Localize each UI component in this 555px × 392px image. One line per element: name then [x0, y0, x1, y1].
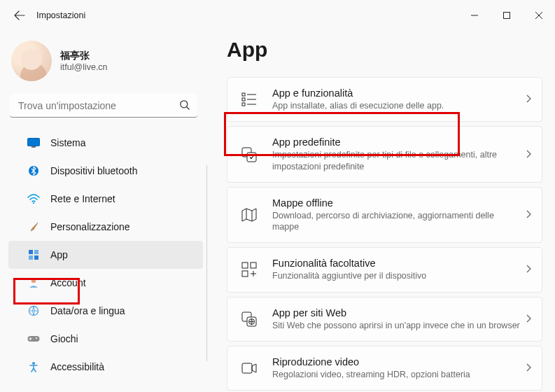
card-title: Funzionalità facoltative	[272, 258, 521, 269]
card-title: Mappe offline	[272, 197, 521, 209]
search-icon	[179, 99, 190, 113]
svg-rect-8	[29, 250, 33, 254]
chevron-right-icon	[526, 264, 532, 275]
sidebar: 福亭张 itful@live.cn Sistema Dispositivi bl…	[0, 31, 207, 392]
sidebar-item-accessibilita[interactable]: Accessibilità	[8, 353, 203, 381]
close-icon	[535, 12, 542, 19]
sidebar-item-sistema[interactable]: Sistema	[8, 129, 203, 157]
minimize-icon	[471, 12, 478, 19]
svg-rect-10	[29, 255, 33, 260]
sidebar-nav: Sistema Dispositivi bluetooth Rete e Int…	[0, 129, 207, 381]
sidebar-item-label: Data/ora e lingua	[50, 305, 125, 316]
svg-point-2	[181, 101, 188, 108]
user-display-name: 福亭张	[60, 50, 108, 62]
svg-rect-4	[28, 139, 40, 146]
page-heading: App	[227, 38, 542, 62]
chevron-right-icon	[526, 94, 532, 105]
card-subtitle: Impostazioni predefinite per tipi di fil…	[272, 149, 521, 172]
sidebar-item-bluetooth[interactable]: Dispositivi bluetooth	[8, 157, 203, 185]
card-title: App per siti Web	[272, 307, 521, 318]
card-app-predefinite[interactable]: App predefinite Impostazioni predefinite…	[227, 126, 542, 183]
video-icon	[239, 363, 260, 374]
card-subtitle: Download, percorso di archiviazione, agg…	[272, 210, 521, 233]
back-button[interactable]	[10, 6, 29, 25]
window-controls	[458, 5, 555, 26]
window-title: Impostazioni	[36, 10, 85, 20]
card-title: App predefinite	[272, 136, 521, 148]
card-title: Riproduzione video	[272, 356, 521, 368]
user-email: itful@live.cn	[60, 62, 108, 72]
search-input[interactable]	[10, 94, 197, 118]
svg-rect-18	[29, 339, 32, 340]
sidebar-item-account[interactable]: Account	[8, 269, 203, 297]
card-mappe-offline[interactable]: Mappe offline Download, percorso di arch…	[227, 187, 542, 244]
svg-rect-11	[34, 255, 38, 260]
arrow-left-icon	[14, 10, 25, 21]
globe-clock-icon	[27, 305, 41, 316]
sidebar-item-label: Rete e Internet	[50, 193, 115, 204]
svg-rect-36	[242, 363, 252, 373]
card-subtitle: Funzionalità aggiuntive per il dispositi…	[272, 270, 521, 281]
card-riproduzione-video[interactable]: Riproduzione video Regolazioni video, st…	[227, 346, 542, 391]
main-content: App App e funzionalità App installate, a…	[207, 31, 555, 392]
sidebar-item-giochi[interactable]: Giochi	[8, 325, 203, 353]
svg-rect-5	[31, 146, 36, 148]
sidebar-item-label: Accessibilità	[50, 361, 104, 372]
svg-line-3	[187, 107, 190, 110]
bluetooth-icon	[27, 165, 41, 176]
chevron-right-icon	[526, 314, 532, 325]
svg-rect-29	[251, 262, 256, 268]
svg-rect-28	[242, 262, 248, 268]
card-subtitle: App installate, alias di esecuzione dell…	[272, 100, 521, 111]
maximize-button[interactable]	[491, 5, 523, 26]
sidebar-item-label: App	[50, 249, 68, 260]
card-app-siti-web[interactable]: App per siti Web Siti Web che possono ap…	[227, 297, 542, 342]
brush-icon	[27, 221, 41, 232]
sidebar-item-label: Dispositivi bluetooth	[50, 165, 138, 176]
svg-point-19	[32, 362, 35, 365]
search-box	[10, 94, 197, 118]
svg-point-7	[33, 202, 34, 204]
svg-rect-21	[242, 98, 245, 101]
sidebar-item-app[interactable]: App	[8, 241, 203, 269]
svg-rect-20	[242, 93, 245, 96]
wifi-icon	[27, 194, 41, 204]
svg-point-12	[31, 279, 36, 283]
apps-icon	[27, 249, 41, 260]
chevron-right-icon	[526, 363, 532, 374]
minimize-button[interactable]	[458, 5, 491, 26]
card-subtitle: Regolazioni video, streaming HDR, opzion…	[272, 369, 521, 380]
user-profile[interactable]: 福亭张 itful@live.cn	[0, 35, 207, 94]
chevron-right-icon	[526, 209, 532, 220]
defaults-icon	[239, 147, 260, 162]
sidebar-item-personalizzazione[interactable]: Personalizzazione	[8, 213, 203, 241]
avatar	[11, 41, 52, 81]
sidebar-item-rete[interactable]: Rete e Internet	[8, 185, 203, 213]
accessibility-icon	[27, 361, 41, 372]
monitor-icon	[27, 138, 41, 148]
add-feature-icon	[239, 262, 260, 277]
sidebar-item-label: Account	[50, 277, 86, 288]
person-icon	[27, 277, 41, 288]
sidebar-item-label: Sistema	[50, 137, 86, 148]
svg-rect-30	[242, 271, 248, 276]
maximize-icon	[503, 12, 510, 19]
svg-rect-1	[504, 13, 510, 19]
list-icon	[239, 92, 260, 106]
close-button[interactable]	[523, 5, 555, 26]
chevron-right-icon	[526, 149, 532, 160]
sidebar-item-dataora[interactable]: Data/ora e lingua	[8, 297, 203, 325]
card-app-funzionalita[interactable]: App e funzionalità App installate, alias…	[227, 77, 542, 122]
svg-point-15	[36, 337, 37, 339]
svg-rect-22	[242, 103, 245, 106]
card-title: App e funzionalità	[272, 88, 521, 99]
svg-rect-27	[247, 153, 256, 162]
card-funzionalita-facoltative[interactable]: Funzionalità facoltative Funzionalità ag…	[227, 247, 542, 292]
card-subtitle: Siti Web che possono aprirsi in un'app i…	[272, 320, 521, 331]
titlebar: Impostazioni	[0, 0, 555, 31]
map-icon	[239, 208, 260, 222]
gamepad-icon	[27, 335, 41, 343]
webapps-icon	[239, 312, 260, 327]
svg-rect-9	[34, 250, 38, 254]
sidebar-item-label: Giochi	[50, 333, 78, 344]
